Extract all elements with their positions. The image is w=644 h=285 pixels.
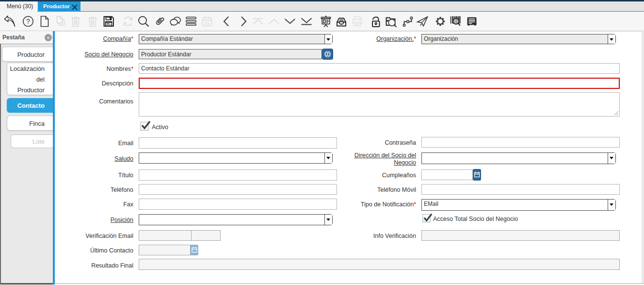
svg-text:?: ? [26,17,30,25]
svg-text:31: 31 [205,21,209,26]
